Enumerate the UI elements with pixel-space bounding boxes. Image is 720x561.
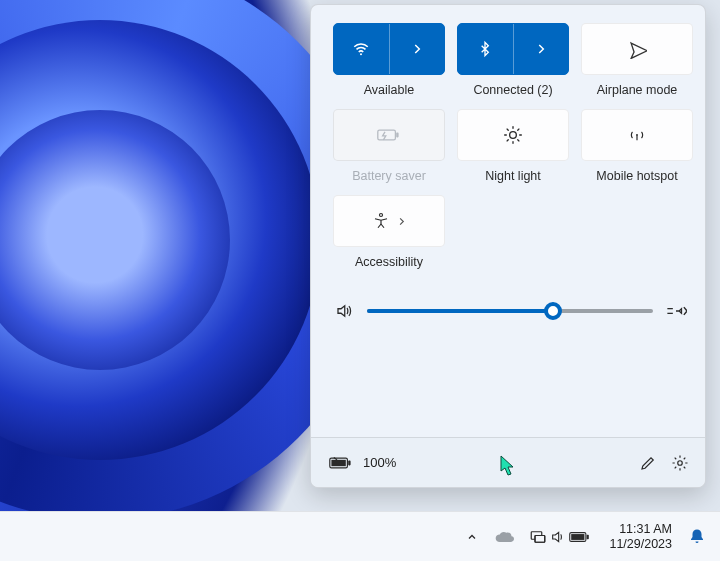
svg-point-18 — [678, 460, 683, 465]
volume-row — [333, 295, 687, 327]
tile-wrap-night: Night light — [457, 109, 569, 185]
svg-rect-23 — [587, 534, 589, 538]
airplane-label: Airplane mode — [597, 83, 678, 99]
settings-button[interactable] — [669, 452, 691, 474]
svg-point-0 — [360, 53, 362, 55]
accessibility-tile[interactable] — [333, 195, 445, 247]
onedrive-icon[interactable] — [491, 524, 517, 550]
edit-button[interactable] — [637, 452, 659, 474]
battery-tray-icon — [569, 530, 591, 544]
svg-line-11 — [518, 129, 519, 130]
accessibility-label: Accessibility — [355, 255, 423, 271]
svg-rect-16 — [348, 460, 350, 465]
night-light-tile[interactable] — [457, 109, 569, 161]
accessibility-icon — [372, 212, 390, 230]
battery-saver-icon — [377, 127, 401, 143]
tile-wrap-battery: Battery saver — [333, 109, 445, 185]
svg-rect-1 — [378, 130, 396, 140]
taskbar-date: 11/29/2023 — [609, 537, 672, 551]
taskbar: 11:31 AM 11/29/2023 — [0, 511, 720, 561]
svg-rect-20 — [535, 535, 545, 542]
quick-settings-footer: 100% — [311, 437, 705, 487]
hotspot-tile[interactable] — [581, 109, 693, 161]
tile-wrap-wifi: Available — [333, 23, 445, 99]
svg-line-8 — [507, 129, 508, 130]
quick-settings-panel: Available Connected (2) — [310, 4, 706, 488]
taskbar-clock[interactable]: 11:31 AM 11/29/2023 — [603, 522, 678, 551]
svg-point-12 — [636, 134, 638, 136]
chevron-right-icon — [396, 216, 407, 227]
wifi-label: Available — [364, 83, 415, 99]
night-light-label: Night light — [485, 169, 541, 185]
wifi-expand[interactable] — [389, 24, 445, 74]
speaker-icon[interactable] — [333, 300, 355, 322]
svg-rect-24 — [572, 534, 585, 540]
svg-rect-17 — [331, 459, 345, 465]
chevron-right-icon — [410, 42, 424, 56]
battery-saver-tile — [333, 109, 445, 161]
tray-overflow-button[interactable] — [459, 524, 485, 550]
airplane-tile[interactable] — [581, 23, 693, 75]
chevron-right-icon — [534, 42, 548, 56]
battery-icon[interactable] — [329, 455, 353, 471]
svg-point-3 — [510, 132, 517, 139]
wifi-icon — [352, 40, 370, 58]
night-light-icon — [503, 125, 523, 145]
bluetooth-label: Connected (2) — [473, 83, 552, 99]
svg-line-10 — [507, 140, 508, 141]
wifi-toggle[interactable] — [334, 24, 389, 74]
bluetooth-tile[interactable] — [457, 23, 569, 75]
svg-point-14 — [379, 214, 382, 217]
system-tray[interactable] — [523, 527, 597, 547]
volume-slider[interactable] — [367, 309, 653, 313]
audio-output-button[interactable] — [665, 300, 687, 322]
tile-wrap-bluetooth: Connected (2) — [457, 23, 569, 99]
battery-percent: 100% — [363, 455, 396, 470]
tile-wrap-hotspot: Mobile hotspot — [581, 109, 693, 185]
quick-settings-grid: Available Connected (2) — [311, 5, 705, 279]
battery-saver-label: Battery saver — [352, 169, 426, 185]
tile-wrap-accessibility: Accessibility — [333, 195, 445, 271]
volume-fill — [367, 309, 553, 313]
hotspot-icon — [626, 126, 648, 144]
bluetooth-expand[interactable] — [513, 24, 569, 74]
bluetooth-icon — [477, 40, 493, 58]
volume-tray-icon — [549, 529, 567, 545]
wifi-tile[interactable] — [333, 23, 445, 75]
network-icon — [529, 529, 547, 545]
notifications-button[interactable] — [684, 524, 710, 550]
airplane-icon — [627, 39, 647, 59]
bluetooth-toggle[interactable] — [458, 24, 513, 74]
svg-line-9 — [518, 140, 519, 141]
hotspot-label: Mobile hotspot — [596, 169, 677, 185]
tile-wrap-airplane: Airplane mode — [581, 23, 693, 99]
taskbar-time: 11:31 AM — [609, 522, 672, 536]
volume-thumb[interactable] — [544, 302, 562, 320]
svg-rect-2 — [396, 133, 398, 138]
